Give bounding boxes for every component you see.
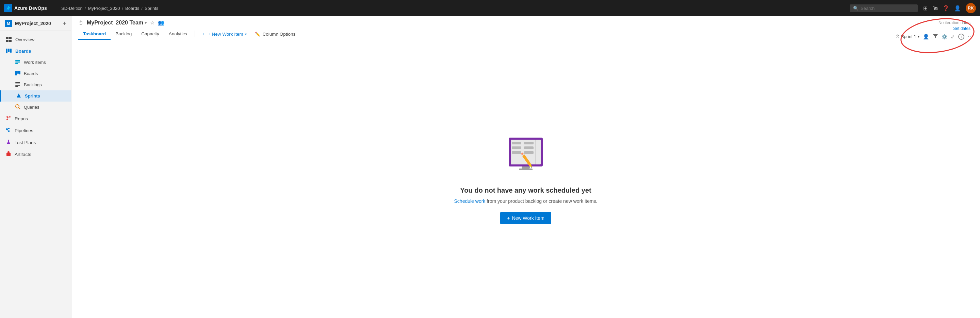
app-logo[interactable]: Azure DevOps bbox=[4, 4, 59, 12]
boards-section-icon bbox=[6, 48, 12, 54]
tab-capacity[interactable]: Capacity bbox=[137, 28, 164, 40]
sprint-body: You do not have any work scheduled yet S… bbox=[72, 40, 980, 318]
search-box[interactable]: 🔍 bbox=[850, 5, 918, 12]
schedule-work-link[interactable]: Schedule work bbox=[454, 198, 485, 204]
svg-line-19 bbox=[19, 108, 20, 109]
project-name[interactable]: M MyProject_2020 bbox=[5, 20, 51, 27]
new-work-item-button[interactable]: + + New Work Item ▾ bbox=[200, 30, 249, 38]
sidebar-item-work-items[interactable]: Work items bbox=[0, 57, 71, 68]
sprint-toolbar: ⏱ Sprint 1 ▾ 👤 ⚙️ ⤢ i ··· bbox=[895, 33, 973, 40]
svg-rect-27 bbox=[8, 130, 10, 132]
svg-rect-2 bbox=[9, 37, 11, 39]
svg-rect-42 bbox=[522, 166, 530, 169]
tab-divider bbox=[195, 30, 195, 37]
sidebar-item-backlogs[interactable]: Backlogs bbox=[0, 79, 71, 90]
repos-label: Repos bbox=[14, 116, 28, 121]
sidebar-item-artifacts[interactable]: Artifacts bbox=[0, 149, 71, 160]
tab-actions: + + New Work Item ▾ ✏️ Column Options bbox=[200, 30, 298, 38]
repos-icon bbox=[6, 115, 11, 122]
sidebar-item-boards[interactable]: Boards bbox=[0, 68, 71, 79]
filter-icon[interactable] bbox=[933, 33, 938, 40]
svg-rect-3 bbox=[6, 40, 8, 42]
no-iteration-text: No iteration dates bbox=[939, 21, 970, 25]
svg-point-22 bbox=[6, 119, 8, 120]
iteration-info: No iteration dates Set dates bbox=[939, 21, 970, 31]
sidebar-item-test-plans[interactable]: Test Plans bbox=[0, 136, 71, 149]
svg-rect-13 bbox=[19, 71, 21, 74]
svg-rect-11 bbox=[15, 71, 17, 76]
team-header: ⏱ MyProject_2020 Team ▾ ☆ 👥 bbox=[78, 20, 298, 26]
sidebar-project: M MyProject_2020 + bbox=[0, 16, 71, 31]
grid-icon[interactable]: ⊞ bbox=[923, 5, 928, 11]
top-nav-icons: ⊞ 🛍 ❓ 👤 RK bbox=[923, 3, 976, 13]
svg-rect-14 bbox=[15, 82, 20, 83]
empty-state-desc: Schedule work from your product backlog … bbox=[454, 198, 598, 204]
sidebar-item-repos[interactable]: Repos bbox=[0, 113, 71, 125]
tab-backlog[interactable]: Backlog bbox=[111, 28, 137, 40]
help-icon[interactable]: ❓ bbox=[943, 5, 950, 11]
sprint-context-icon: ⏱ bbox=[78, 20, 83, 26]
svg-rect-9 bbox=[15, 62, 20, 63]
sprints-label: Sprints bbox=[25, 93, 40, 98]
team-name: MyProject_2020 Team ▾ bbox=[87, 20, 147, 26]
search-input[interactable] bbox=[861, 6, 914, 11]
sidebar: M MyProject_2020 + Overview Boards bbox=[0, 16, 72, 318]
svg-rect-1 bbox=[6, 37, 8, 39]
svg-rect-26 bbox=[8, 128, 10, 129]
plus-icon: + bbox=[202, 32, 205, 37]
new-work-item-label: + New Work Item bbox=[208, 32, 243, 37]
svg-rect-37 bbox=[524, 142, 533, 144]
info-icon[interactable]: i bbox=[958, 34, 964, 40]
boards-sub-icon bbox=[15, 70, 21, 77]
sprint-clock-icon: ⏱ bbox=[895, 34, 900, 39]
sidebar-item-overview[interactable]: Overview bbox=[0, 34, 71, 45]
sidebar-nav: Overview Boards Work items bbox=[0, 31, 71, 318]
svg-rect-40 bbox=[512, 151, 521, 154]
sidebar-item-sprints[interactable]: Sprints bbox=[0, 90, 71, 101]
svg-rect-43 bbox=[519, 169, 533, 170]
sidebar-item-queries[interactable]: Queries bbox=[0, 101, 71, 113]
btn-plus-icon: + bbox=[507, 215, 510, 221]
pencil-icon: ✏️ bbox=[255, 32, 260, 37]
boards-section-label: Boards bbox=[15, 49, 31, 54]
btn-new-work-item-label: New Work Item bbox=[512, 215, 544, 221]
svg-rect-7 bbox=[10, 49, 11, 53]
bag-icon[interactable]: 🛍 bbox=[932, 5, 938, 11]
boards-label: Boards bbox=[24, 71, 38, 76]
empty-state-title: You do not have any work scheduled yet bbox=[460, 187, 591, 195]
avatar[interactable]: RK bbox=[966, 3, 976, 13]
star-icon[interactable]: ☆ bbox=[150, 20, 154, 26]
column-options-button[interactable]: ✏️ Column Options bbox=[253, 30, 298, 38]
add-project-button[interactable]: + bbox=[63, 20, 66, 27]
empty-state-illustration bbox=[502, 134, 550, 178]
svg-point-18 bbox=[16, 104, 19, 108]
svg-rect-16 bbox=[15, 85, 20, 85]
more-icon[interactable]: ··· bbox=[968, 34, 973, 40]
sidebar-item-boards-section[interactable]: Boards bbox=[0, 45, 71, 57]
sprints-icon bbox=[16, 93, 21, 99]
project-icon: M bbox=[5, 20, 12, 27]
tab-taskboard[interactable]: Taskboard bbox=[78, 28, 111, 40]
set-dates-link[interactable]: Set dates bbox=[953, 26, 970, 31]
svg-rect-8 bbox=[15, 60, 20, 61]
sidebar-item-pipelines[interactable]: Pipelines bbox=[0, 125, 71, 136]
artifacts-icon bbox=[6, 151, 11, 158]
settings-icon[interactable]: ⚙️ bbox=[942, 34, 947, 40]
team-dropdown-icon[interactable]: ▾ bbox=[145, 21, 147, 25]
tab-analytics[interactable]: Analytics bbox=[164, 28, 192, 40]
expand-icon[interactable]: ⤢ bbox=[951, 34, 955, 40]
person-add-icon[interactable]: 👥 bbox=[158, 20, 164, 26]
people-view-icon[interactable]: 👤 bbox=[923, 34, 929, 40]
main-content: ⏱ MyProject_2020 Team ▾ ☆ 👥 Taskboard Ba… bbox=[72, 16, 980, 318]
backlogs-label: Backlogs bbox=[24, 82, 42, 87]
test-plans-icon bbox=[6, 139, 11, 146]
dropdown-icon[interactable]: ▾ bbox=[245, 32, 247, 36]
svg-rect-6 bbox=[8, 49, 10, 52]
user-icon[interactable]: 👤 bbox=[954, 5, 961, 11]
app-layout: M MyProject_2020 + Overview Boards bbox=[0, 16, 980, 318]
new-work-item-cta-button[interactable]: + New Work Item bbox=[500, 212, 551, 224]
sprint-selector[interactable]: ⏱ Sprint 1 ▾ bbox=[895, 34, 920, 39]
top-right-controls: No iteration dates Set dates ⏱ Sprint 1 … bbox=[895, 20, 973, 40]
sprint-dropdown-icon[interactable]: ▾ bbox=[918, 35, 920, 38]
svg-rect-39 bbox=[524, 146, 533, 149]
